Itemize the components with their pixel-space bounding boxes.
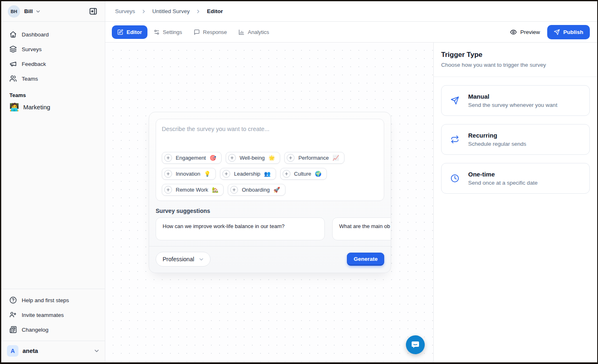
trigger-option-title: Recurring bbox=[468, 132, 526, 139]
topic-chip-culture[interactable]: Culture 🌍 bbox=[280, 168, 327, 180]
suggestions-row: How can we improve work-life balance in … bbox=[156, 217, 391, 240]
sidebar-collapse-button[interactable] bbox=[87, 5, 99, 18]
trigger-panel: Trigger Type Choose how you want to trig… bbox=[433, 43, 597, 362]
home-icon bbox=[9, 31, 17, 38]
sidebar-item-invite[interactable]: Invite teammates bbox=[5, 308, 101, 322]
prompt-card: Describe the survey you want to create..… bbox=[156, 119, 384, 201]
topic-chip-engagement[interactable]: Engagement 🎯 bbox=[162, 152, 222, 164]
tab-label: Settings bbox=[163, 29, 182, 35]
sidebar-item-label: Teams bbox=[22, 76, 38, 82]
topic-chip-onboarding[interactable]: Onboarding 🚀 bbox=[228, 184, 285, 196]
publish-label: Publish bbox=[563, 29, 583, 35]
topic-chips: Engagement 🎯 Well-being 🌟 Performance bbox=[162, 152, 378, 196]
plus-icon bbox=[164, 186, 172, 194]
breadcrumb-survey-name[interactable]: Untitled Survey bbox=[152, 8, 190, 14]
breadcrumb-current: Editor bbox=[207, 8, 223, 14]
chevron-right-icon bbox=[141, 9, 147, 14]
trigger-option-description: Schedule regular sends bbox=[468, 141, 526, 147]
sliders-icon bbox=[154, 29, 160, 35]
tone-select[interactable]: Professional bbox=[156, 252, 211, 267]
user-avatar: A bbox=[7, 345, 18, 357]
tab-settings[interactable]: Settings bbox=[148, 25, 188, 39]
plus-icon bbox=[230, 186, 238, 194]
plus-icon bbox=[164, 170, 172, 178]
chevron-right-icon bbox=[195, 9, 201, 14]
topic-chip-well-being[interactable]: Well-being 🌟 bbox=[226, 152, 280, 164]
generate-button[interactable]: Generate bbox=[347, 253, 384, 266]
ai-composer: Describe the survey you want to create..… bbox=[149, 112, 391, 273]
megaphone-icon bbox=[9, 60, 17, 68]
tab-analytics[interactable]: Analytics bbox=[233, 25, 274, 39]
topic-emoji: 👥 bbox=[264, 171, 271, 177]
publish-button[interactable]: Publish bbox=[547, 25, 590, 39]
topic-emoji: 💡 bbox=[204, 171, 211, 177]
sidebar-item-dashboard[interactable]: Dashboard bbox=[5, 27, 101, 41]
editor-canvas[interactable]: Describe the survey you want to create..… bbox=[105, 43, 433, 362]
topic-emoji: 🎯 bbox=[210, 155, 216, 161]
trigger-option-text: Manual Send the survey whenever you want bbox=[468, 93, 557, 108]
clock-icon bbox=[451, 174, 459, 183]
plus-icon bbox=[164, 154, 172, 162]
tab-label: Analytics bbox=[248, 29, 269, 35]
trigger-panel-title: Trigger Type bbox=[441, 51, 590, 59]
send-icon bbox=[554, 29, 560, 35]
toolbar-actions: Preview Publish bbox=[510, 25, 590, 39]
suggestions-title: Survey suggestions bbox=[156, 208, 384, 214]
topic-emoji: 📈 bbox=[333, 155, 339, 161]
chat-bubble-icon bbox=[410, 340, 420, 350]
topic-chip-innovation[interactable]: Innovation 💡 bbox=[162, 168, 216, 180]
suggestion-card[interactable]: How can we improve work-life balance in … bbox=[156, 217, 325, 240]
plus-icon bbox=[283, 170, 290, 178]
user-plus-icon bbox=[9, 311, 17, 319]
plus-icon bbox=[222, 170, 230, 178]
sidebar-item-surveys[interactable]: Surveys bbox=[5, 42, 101, 56]
trigger-option-text: Recurring Schedule regular sends bbox=[468, 132, 526, 147]
chevron-down-icon bbox=[198, 256, 204, 262]
breadcrumb-surveys[interactable]: Surveys bbox=[115, 8, 135, 14]
sidebar-item-label: Feedback bbox=[22, 61, 46, 67]
plus-icon bbox=[287, 154, 294, 162]
trigger-option-recurring[interactable]: Recurring Schedule regular sends bbox=[441, 124, 590, 155]
topic-chip-leadership[interactable]: Leadership 👥 bbox=[220, 168, 276, 180]
workspace-switcher[interactable]: BH Bill bbox=[1, 1, 105, 22]
eye-icon bbox=[510, 29, 517, 36]
sidebar-item-teams[interactable]: Teams bbox=[5, 72, 101, 86]
preview-button[interactable]: Preview bbox=[510, 29, 540, 36]
sidebar-footer: Help and first steps Invite teammates Ch… bbox=[1, 289, 105, 337]
trigger-option-one-time[interactable]: One-time Send once at a specific date bbox=[441, 163, 590, 194]
topic-emoji: 🌍 bbox=[315, 171, 322, 177]
app-window: BH Bill Dashboard Surv bbox=[1, 1, 597, 362]
main-column: Surveys Untitled Survey Editor Editor bbox=[105, 1, 597, 362]
trigger-option-title: Manual bbox=[468, 93, 557, 100]
trigger-option-title: One-time bbox=[468, 171, 538, 178]
sidebar-item-label: Invite teammates bbox=[22, 312, 64, 318]
prompt-input[interactable]: Describe the survey you want to create..… bbox=[162, 126, 378, 132]
newspaper-icon bbox=[9, 326, 17, 333]
tone-value: Professional bbox=[163, 256, 194, 262]
sidebar-nav: Dashboard Surveys Feedback Teams bbox=[1, 22, 105, 113]
chat-launcher-button[interactable] bbox=[406, 335, 425, 354]
trigger-option-description: Send once at a specific date bbox=[468, 180, 538, 186]
send-icon bbox=[451, 96, 459, 105]
sidebar-item-feedback[interactable]: Feedback bbox=[5, 57, 101, 71]
topic-chip-remote-work[interactable]: Remote Work 🏡 bbox=[162, 184, 224, 196]
sidebar-item-team-marketing[interactable]: 🧑‍💻 Marketing bbox=[5, 101, 101, 113]
trigger-option-manual[interactable]: Manual Send the survey whenever you want bbox=[441, 85, 590, 116]
panel-right-icon bbox=[89, 7, 97, 16]
plus-icon bbox=[228, 154, 236, 162]
topic-chip-performance[interactable]: Performance 📈 bbox=[284, 152, 344, 164]
tab-response[interactable]: Response bbox=[188, 25, 233, 39]
breadcrumb: Surveys Untitled Survey Editor bbox=[105, 1, 597, 22]
preview-label: Preview bbox=[520, 29, 540, 35]
trigger-option-text: One-time Send once at a specific date bbox=[468, 171, 538, 186]
sidebar-item-label: Changelog bbox=[22, 327, 48, 333]
sidebar-item-help[interactable]: Help and first steps bbox=[5, 293, 101, 307]
sidebar-item-label: Help and first steps bbox=[22, 297, 69, 303]
tab-label: Editor bbox=[127, 29, 142, 35]
chevron-down-icon bbox=[93, 348, 100, 354]
user-menu[interactable]: A aneta bbox=[1, 341, 105, 362]
suggestion-card[interactable]: What are the main ob bbox=[332, 217, 391, 240]
editor-toolbar: Editor Settings Response Analytics bbox=[105, 22, 597, 43]
sidebar-item-changelog[interactable]: Changelog bbox=[5, 323, 101, 337]
tab-editor[interactable]: Editor bbox=[112, 25, 147, 39]
